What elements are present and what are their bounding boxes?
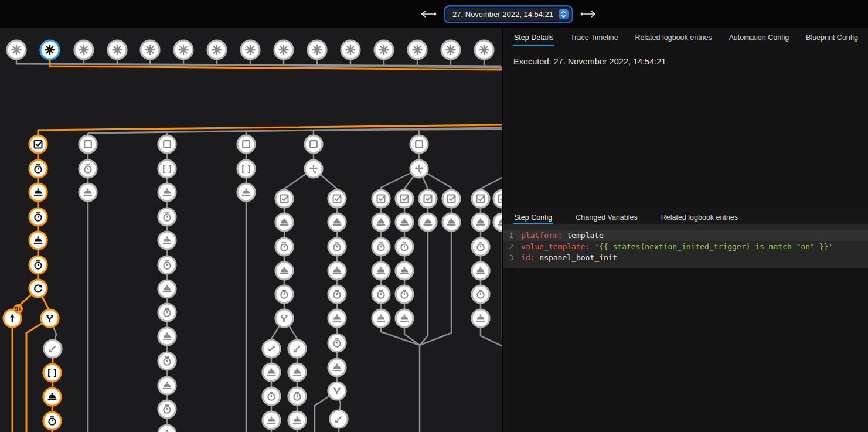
trace-node-asterisk[interactable] xyxy=(207,40,226,59)
trace-node-split[interactable] xyxy=(275,309,293,327)
trace-node-service[interactable] xyxy=(328,309,346,327)
trace-node-service[interactable] xyxy=(288,411,306,429)
trace-node-timer[interactable] xyxy=(328,334,346,352)
trace-node-service[interactable] xyxy=(158,280,176,298)
trace-node-timer[interactable] xyxy=(43,412,61,430)
trace-node-timer[interactable] xyxy=(158,256,176,274)
trace-node-timer[interactable] xyxy=(29,256,47,274)
trace-node-asterisk[interactable] xyxy=(408,40,427,59)
trace-node-service[interactable] xyxy=(472,213,489,231)
trace-node-asterisk[interactable] xyxy=(108,40,127,59)
trace-node-timer[interactable] xyxy=(263,387,280,405)
trace-node-service[interactable] xyxy=(328,359,346,376)
trace-node-square[interactable] xyxy=(305,135,322,153)
trace-node-service[interactable] xyxy=(396,262,413,280)
trace-node-service[interactable] xyxy=(472,262,489,280)
trace-node-timer[interactable] xyxy=(79,160,97,178)
trace-node-checkbox[interactable] xyxy=(396,190,413,208)
tab-related-logbook-entries-bottom[interactable]: Related logbook entries xyxy=(660,208,739,224)
tab-automation-config[interactable]: Automation Config xyxy=(727,28,790,46)
trace-node-choose[interactable] xyxy=(305,160,322,178)
trace-node-asterisk[interactable] xyxy=(7,40,26,59)
trace-node-service[interactable] xyxy=(328,262,346,280)
trace-node-timer[interactable] xyxy=(372,285,390,303)
trace-node-service[interactable] xyxy=(275,262,293,280)
trace-node-service[interactable] xyxy=(372,262,390,280)
tab-trace-timeline[interactable]: Trace Timeline xyxy=(569,28,619,46)
trace-node-asterisk[interactable] xyxy=(74,40,93,59)
trace-node-service[interactable] xyxy=(275,213,293,231)
code-line[interactable]: 2value_template: '{{ states(nextion_init… xyxy=(503,241,868,252)
trace-node-asterisk[interactable] xyxy=(341,40,360,59)
tab-related-logbook-entries[interactable]: Related logbook entries xyxy=(634,28,713,46)
trace-node-timer[interactable] xyxy=(29,160,47,178)
trace-node-asterisk[interactable] xyxy=(40,40,59,59)
trace-node-service[interactable] xyxy=(263,411,280,429)
trace-node-service[interactable] xyxy=(396,309,413,327)
trace-node-asterisk[interactable] xyxy=(308,40,326,59)
trace-node-service[interactable] xyxy=(158,425,176,432)
trace-node-asterisk[interactable] xyxy=(174,40,193,59)
trace-node-square[interactable] xyxy=(237,135,255,153)
tab-changed-variables[interactable]: Changed Variables xyxy=(574,208,638,224)
trace-node-service[interactable] xyxy=(158,377,176,394)
trace-node-checkbox[interactable] xyxy=(328,190,346,208)
trace-node-service[interactable] xyxy=(29,232,47,249)
trace-node-square[interactable] xyxy=(410,135,428,153)
trace-node-timer[interactable] xyxy=(158,400,176,418)
trace-node-timer[interactable] xyxy=(328,238,346,256)
code-line[interactable]: 1platform: template xyxy=(503,230,868,241)
trace-node-service[interactable] xyxy=(472,309,489,327)
trace-node-brackets[interactable] xyxy=(158,160,176,178)
trace-select[interactable]: 27. November 2022, 14:54:21 xyxy=(446,8,571,21)
trace-node-checkbox[interactable] xyxy=(275,190,293,208)
trace-node-checkbox[interactable] xyxy=(29,135,47,153)
trace-node-split[interactable] xyxy=(328,382,346,400)
trace-node-timer[interactable] xyxy=(396,285,413,303)
trace-node-timer[interactable] xyxy=(158,304,176,321)
trace-node-repeat[interactable] xyxy=(29,280,47,297)
trace-node-timer[interactable] xyxy=(472,285,489,303)
tab-step-config[interactable]: Step Config xyxy=(513,208,553,224)
trace-node-timer[interactable] xyxy=(372,238,390,256)
trace-node-service[interactable] xyxy=(396,213,413,231)
trace-node-arrow-down-left[interactable] xyxy=(44,340,62,358)
next-trace-button[interactable] xyxy=(578,9,597,19)
trace-node-service[interactable] xyxy=(288,363,306,381)
tab-blueprint-config[interactable]: Blueprint Config xyxy=(805,28,859,46)
trace-node-timer[interactable] xyxy=(158,208,176,226)
trace-node-service[interactable] xyxy=(237,183,255,201)
trace-node-service[interactable] xyxy=(29,183,47,201)
trace-node-timer[interactable] xyxy=(328,285,346,303)
trace-node-service[interactable] xyxy=(328,213,346,231)
step-config-code-editor[interactable]: 1platform: template2value_template: '{{ … xyxy=(503,224,868,268)
trace-node-square[interactable] xyxy=(79,135,97,153)
tab-step-details[interactable]: Step Details xyxy=(513,28,554,46)
previous-trace-button[interactable] xyxy=(420,9,438,19)
trace-node-arrow-down-left[interactable] xyxy=(330,410,348,428)
trace-node-arrow-down-left[interactable] xyxy=(288,340,306,358)
trace-node-asterisk[interactable] xyxy=(241,40,260,59)
trace-node-checkbox[interactable] xyxy=(472,190,489,208)
trace-node-service[interactable] xyxy=(372,213,390,231)
trace-node-checkbox[interactable] xyxy=(419,190,437,208)
trace-node-choose[interactable] xyxy=(410,160,428,178)
trace-node-asterisk[interactable] xyxy=(274,40,293,59)
trace-node-checkbox[interactable] xyxy=(493,190,502,208)
trace-node-service[interactable] xyxy=(158,232,176,249)
trace-node-service[interactable] xyxy=(419,213,437,231)
trace-node-service[interactable] xyxy=(158,328,176,345)
trace-node-timer[interactable] xyxy=(288,387,306,405)
trace-node-timer[interactable] xyxy=(158,352,176,370)
trace-node-timer[interactable] xyxy=(396,238,413,256)
code-line[interactable]: 3id: nspanel_boot_init xyxy=(503,252,868,263)
trace-node-timer[interactable] xyxy=(472,238,489,256)
trace-node-square[interactable] xyxy=(158,135,176,153)
trace-node-checkbox[interactable] xyxy=(372,190,390,208)
trace-node-service[interactable] xyxy=(263,363,280,381)
trace-node-timer[interactable] xyxy=(275,285,293,303)
trace-node-service[interactable] xyxy=(493,213,502,231)
trace-node-brackets[interactable] xyxy=(43,364,61,382)
trace-node-asterisk[interactable] xyxy=(441,40,460,59)
trace-node-service[interactable] xyxy=(43,388,61,406)
